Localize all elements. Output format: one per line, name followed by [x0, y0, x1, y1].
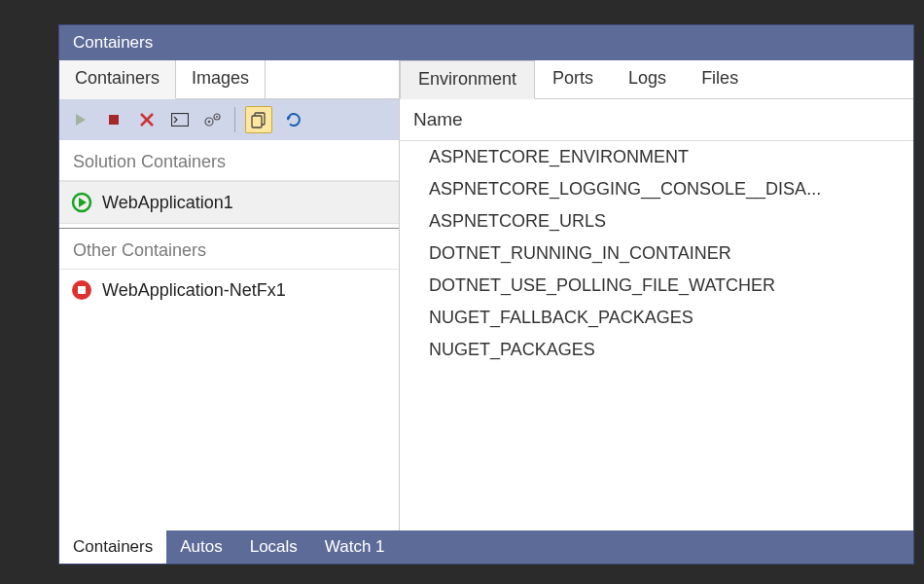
settings-button[interactable]	[201, 108, 225, 131]
tab-files[interactable]: Files	[684, 60, 756, 99]
tab-images[interactable]: Images	[176, 60, 266, 99]
container-toolbar	[59, 99, 399, 140]
bottom-tool-tabs: Containers Autos Locals Watch 1	[59, 530, 913, 564]
other-containers-header: Other Containers	[59, 229, 399, 270]
env-list: ASPNETCORE_ENVIRONMENT ASPNETCORE_LOGGIN…	[400, 141, 913, 530]
tab-containers[interactable]: Containers	[59, 60, 176, 99]
container-item-webapplication-netfx1[interactable]: WebApplication-NetFx1	[59, 270, 399, 310]
svg-rect-4	[172, 114, 189, 127]
refresh-icon	[285, 111, 302, 128]
terminal-button[interactable]	[168, 108, 192, 131]
bottom-tab-containers[interactable]: Containers	[59, 530, 166, 564]
tab-ports[interactable]: Ports	[535, 60, 611, 99]
container-name: WebApplication-NetFx1	[102, 280, 286, 301]
tab-environment[interactable]: Environment	[400, 60, 535, 99]
gears-icon	[203, 111, 223, 128]
right-tabs: Environment Ports Logs Files	[400, 60, 913, 99]
bottom-tab-locals[interactable]: Locals	[236, 530, 311, 564]
toolbar-divider	[234, 107, 235, 132]
left-pane: Containers Images	[59, 60, 400, 530]
container-name: WebApplication1	[102, 193, 233, 213]
svg-marker-13	[79, 198, 87, 207]
refresh-button[interactable]	[282, 108, 305, 131]
env-var-row[interactable]: NUGET_PACKAGES	[400, 334, 913, 366]
upper-area: Containers Images	[59, 60, 913, 530]
title-bar: Containers	[59, 25, 913, 60]
stopped-status-icon	[71, 279, 92, 301]
content-area: Containers Images	[59, 60, 913, 564]
copy-button[interactable]	[245, 106, 272, 133]
copy-icon	[250, 111, 267, 128]
start-button[interactable]	[69, 108, 92, 131]
svg-marker-11	[287, 117, 291, 121]
env-var-row[interactable]: NUGET_FALLBACK_PACKAGES	[400, 302, 913, 334]
containers-window: Containers Containers Images	[58, 24, 914, 565]
stop-icon	[107, 113, 121, 127]
svg-rect-1	[109, 115, 119, 125]
bottom-tab-autos[interactable]: Autos	[166, 530, 235, 564]
container-item-webapplication1[interactable]: WebApplication1	[59, 181, 399, 224]
svg-rect-15	[78, 286, 86, 294]
play-icon	[74, 113, 88, 127]
window-title: Containers	[73, 33, 153, 53]
svg-point-8	[216, 116, 218, 118]
right-pane: Environment Ports Logs Files Name ASPNET…	[400, 60, 913, 530]
tab-logs[interactable]: Logs	[611, 60, 684, 99]
stop-button[interactable]	[102, 108, 125, 131]
env-var-row[interactable]: ASPNETCORE_ENVIRONMENT	[400, 141, 913, 173]
env-var-row[interactable]: ASPNETCORE_URLS	[400, 205, 913, 237]
left-tabs: Containers Images	[59, 60, 399, 99]
env-var-row[interactable]: DOTNET_RUNNING_IN_CONTAINER	[400, 237, 913, 270]
delete-button[interactable]	[135, 108, 159, 131]
env-var-row[interactable]: DOTNET_USE_POLLING_FILE_WATCHER	[400, 270, 913, 302]
svg-marker-0	[76, 114, 86, 126]
solution-containers-header: Solution Containers	[59, 140, 399, 181]
terminal-icon	[171, 113, 189, 127]
running-status-icon	[71, 192, 92, 213]
env-var-row[interactable]: ASPNETCORE_LOGGING__CONSOLE__DISA...	[400, 173, 913, 205]
svg-rect-10	[252, 116, 262, 128]
bottom-tab-watch1[interactable]: Watch 1	[311, 530, 399, 564]
env-column-header[interactable]: Name	[400, 99, 913, 141]
svg-point-6	[208, 121, 211, 124]
x-icon	[139, 112, 155, 128]
